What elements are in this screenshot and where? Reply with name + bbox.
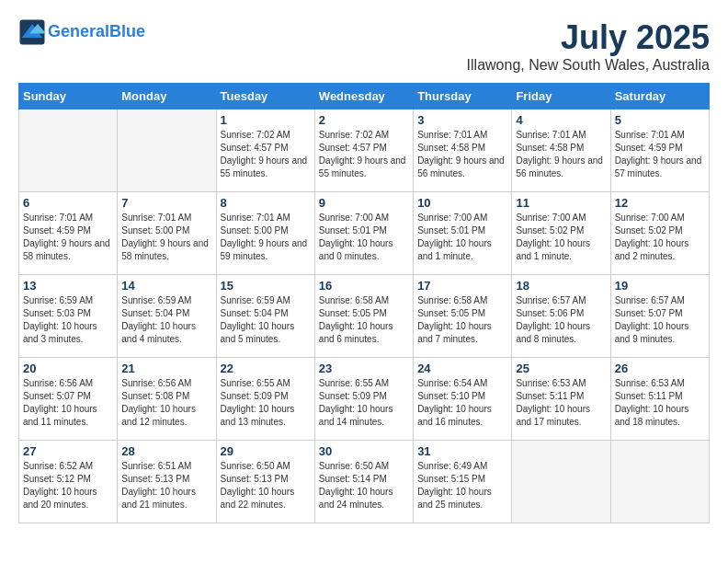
day-number: 19 bbox=[615, 279, 705, 293]
day-info: Sunrise: 7:00 AM Sunset: 5:02 PM Dayligh… bbox=[615, 212, 705, 263]
location: Illawong, New South Wales, Australia bbox=[467, 57, 710, 74]
day-info: Sunrise: 7:02 AM Sunset: 4:57 PM Dayligh… bbox=[221, 129, 311, 180]
day-info: Sunrise: 6:53 AM Sunset: 5:11 PM Dayligh… bbox=[615, 377, 705, 429]
calendar-week-row: 27Sunrise: 6:52 AM Sunset: 5:12 PM Dayli… bbox=[19, 441, 710, 523]
day-number: 1 bbox=[221, 113, 311, 127]
calendar-cell: 8Sunrise: 7:01 AM Sunset: 5:00 PM Daylig… bbox=[216, 192, 314, 275]
calendar-week-row: 13Sunrise: 6:59 AM Sunset: 5:03 PM Dayli… bbox=[19, 275, 710, 358]
logo-icon bbox=[18, 18, 46, 46]
day-number: 5 bbox=[615, 113, 705, 127]
day-number: 27 bbox=[23, 444, 113, 458]
day-number: 12 bbox=[615, 196, 705, 210]
calendar-cell: 25Sunrise: 6:53 AM Sunset: 5:11 PM Dayli… bbox=[512, 358, 610, 441]
day-number: 13 bbox=[23, 279, 113, 293]
day-info: Sunrise: 7:01 AM Sunset: 5:00 PM Dayligh… bbox=[121, 212, 211, 263]
calendar-cell: 3Sunrise: 7:01 AM Sunset: 4:58 PM Daylig… bbox=[414, 109, 512, 192]
calendar-cell: 29Sunrise: 6:50 AM Sunset: 5:13 PM Dayli… bbox=[216, 441, 314, 523]
calendar-cell: 5Sunrise: 7:01 AM Sunset: 4:59 PM Daylig… bbox=[610, 109, 709, 192]
day-info: Sunrise: 6:53 AM Sunset: 5:11 PM Dayligh… bbox=[516, 377, 606, 429]
day-number: 7 bbox=[121, 196, 211, 210]
calendar-cell: 23Sunrise: 6:55 AM Sunset: 5:09 PM Dayli… bbox=[314, 358, 413, 441]
title-area: July 2025 Illawong, New South Wales, Aus… bbox=[467, 18, 710, 74]
day-number: 20 bbox=[23, 362, 113, 375]
calendar-header-row: SundayMondayTuesdayWednesdayThursdayFrid… bbox=[19, 84, 710, 109]
day-number: 31 bbox=[417, 444, 507, 458]
day-of-week-header: Sunday bbox=[19, 84, 118, 109]
day-info: Sunrise: 6:50 AM Sunset: 5:14 PM Dayligh… bbox=[319, 460, 409, 511]
calendar-cell: 12Sunrise: 7:00 AM Sunset: 5:02 PM Dayli… bbox=[610, 192, 709, 275]
day-info: Sunrise: 6:58 AM Sunset: 5:05 PM Dayligh… bbox=[319, 294, 409, 346]
day-of-week-header: Wednesday bbox=[314, 84, 413, 109]
day-of-week-header: Monday bbox=[118, 84, 216, 109]
month-year: July 2025 bbox=[467, 18, 710, 57]
day-info: Sunrise: 6:57 AM Sunset: 5:07 PM Dayligh… bbox=[615, 294, 705, 346]
day-info: Sunrise: 7:01 AM Sunset: 4:59 PM Dayligh… bbox=[615, 129, 705, 180]
calendar-body: 1Sunrise: 7:02 AM Sunset: 4:57 PM Daylig… bbox=[19, 109, 710, 523]
day-info: Sunrise: 6:55 AM Sunset: 5:09 PM Dayligh… bbox=[319, 377, 409, 429]
day-number: 2 bbox=[319, 113, 409, 127]
day-number: 4 bbox=[516, 113, 606, 127]
day-info: Sunrise: 6:49 AM Sunset: 5:15 PM Dayligh… bbox=[417, 460, 507, 511]
calendar-cell: 22Sunrise: 6:55 AM Sunset: 5:09 PM Dayli… bbox=[216, 358, 314, 441]
calendar-cell: 21Sunrise: 6:56 AM Sunset: 5:08 PM Dayli… bbox=[118, 358, 216, 441]
day-of-week-header: Saturday bbox=[610, 84, 709, 109]
calendar-cell: 27Sunrise: 6:52 AM Sunset: 5:12 PM Dayli… bbox=[19, 441, 118, 523]
day-number: 30 bbox=[319, 444, 409, 458]
day-info: Sunrise: 7:02 AM Sunset: 4:57 PM Dayligh… bbox=[319, 129, 409, 180]
day-number: 3 bbox=[417, 113, 507, 127]
calendar-cell: 24Sunrise: 6:54 AM Sunset: 5:10 PM Dayli… bbox=[414, 358, 512, 441]
calendar-table: SundayMondayTuesdayWednesdayThursdayFrid… bbox=[18, 83, 710, 523]
calendar-cell: 9Sunrise: 7:00 AM Sunset: 5:01 PM Daylig… bbox=[314, 192, 413, 275]
calendar-cell: 18Sunrise: 6:57 AM Sunset: 5:06 PM Dayli… bbox=[512, 275, 610, 358]
calendar-cell: 26Sunrise: 6:53 AM Sunset: 5:11 PM Dayli… bbox=[610, 358, 709, 441]
day-number: 9 bbox=[319, 196, 409, 210]
day-info: Sunrise: 6:56 AM Sunset: 5:07 PM Dayligh… bbox=[23, 377, 113, 429]
calendar-cell: 14Sunrise: 6:59 AM Sunset: 5:04 PM Dayli… bbox=[118, 275, 216, 358]
day-info: Sunrise: 6:55 AM Sunset: 5:09 PM Dayligh… bbox=[221, 377, 311, 429]
calendar-week-row: 6Sunrise: 7:01 AM Sunset: 4:59 PM Daylig… bbox=[19, 192, 710, 275]
day-number: 28 bbox=[121, 444, 211, 458]
day-number: 24 bbox=[417, 362, 507, 375]
day-of-week-header: Friday bbox=[512, 84, 610, 109]
calendar-cell: 1Sunrise: 7:02 AM Sunset: 4:57 PM Daylig… bbox=[216, 109, 314, 192]
day-number: 11 bbox=[516, 196, 606, 210]
calendar-cell: 7Sunrise: 7:01 AM Sunset: 5:00 PM Daylig… bbox=[118, 192, 216, 275]
day-info: Sunrise: 6:52 AM Sunset: 5:12 PM Dayligh… bbox=[23, 460, 113, 511]
calendar-week-row: 20Sunrise: 6:56 AM Sunset: 5:07 PM Dayli… bbox=[19, 358, 710, 441]
logo: GeneralBlue bbox=[18, 18, 145, 46]
day-number: 26 bbox=[615, 362, 705, 375]
day-number: 17 bbox=[417, 279, 507, 293]
day-number: 22 bbox=[221, 362, 311, 375]
day-number: 15 bbox=[221, 279, 311, 293]
calendar-cell: 17Sunrise: 6:58 AM Sunset: 5:05 PM Dayli… bbox=[414, 275, 512, 358]
day-info: Sunrise: 6:58 AM Sunset: 5:05 PM Dayligh… bbox=[417, 294, 507, 346]
logo-text: GeneralBlue bbox=[48, 23, 145, 41]
day-number: 18 bbox=[516, 279, 606, 293]
calendar-cell: 31Sunrise: 6:49 AM Sunset: 5:15 PM Dayli… bbox=[414, 441, 512, 523]
calendar-cell: 6Sunrise: 7:01 AM Sunset: 4:59 PM Daylig… bbox=[19, 192, 118, 275]
day-info: Sunrise: 7:01 AM Sunset: 4:59 PM Dayligh… bbox=[23, 212, 113, 263]
calendar-cell: 15Sunrise: 6:59 AM Sunset: 5:04 PM Dayli… bbox=[216, 275, 314, 358]
day-info: Sunrise: 6:59 AM Sunset: 5:03 PM Dayligh… bbox=[23, 294, 113, 346]
day-number: 21 bbox=[121, 362, 211, 375]
day-number: 14 bbox=[121, 279, 211, 293]
day-info: Sunrise: 7:01 AM Sunset: 4:58 PM Dayligh… bbox=[516, 129, 606, 180]
calendar-cell: 16Sunrise: 6:58 AM Sunset: 5:05 PM Dayli… bbox=[314, 275, 413, 358]
day-info: Sunrise: 6:59 AM Sunset: 5:04 PM Dayligh… bbox=[221, 294, 311, 346]
day-number: 16 bbox=[319, 279, 409, 293]
day-info: Sunrise: 6:59 AM Sunset: 5:04 PM Dayligh… bbox=[121, 294, 211, 346]
day-info: Sunrise: 6:57 AM Sunset: 5:06 PM Dayligh… bbox=[516, 294, 606, 346]
header: GeneralBlue July 2025 Illawong, New Sout… bbox=[18, 18, 710, 74]
day-info: Sunrise: 7:00 AM Sunset: 5:01 PM Dayligh… bbox=[417, 212, 507, 263]
day-info: Sunrise: 6:56 AM Sunset: 5:08 PM Dayligh… bbox=[121, 377, 211, 429]
day-number: 10 bbox=[417, 196, 507, 210]
day-info: Sunrise: 7:01 AM Sunset: 5:00 PM Dayligh… bbox=[221, 212, 311, 263]
calendar-cell bbox=[19, 109, 118, 192]
calendar-cell: 10Sunrise: 7:00 AM Sunset: 5:01 PM Dayli… bbox=[414, 192, 512, 275]
day-info: Sunrise: 6:54 AM Sunset: 5:10 PM Dayligh… bbox=[417, 377, 507, 429]
calendar-cell: 13Sunrise: 6:59 AM Sunset: 5:03 PM Dayli… bbox=[19, 275, 118, 358]
calendar-cell: 28Sunrise: 6:51 AM Sunset: 5:13 PM Dayli… bbox=[118, 441, 216, 523]
day-info: Sunrise: 6:50 AM Sunset: 5:13 PM Dayligh… bbox=[221, 460, 311, 511]
calendar-cell: 19Sunrise: 6:57 AM Sunset: 5:07 PM Dayli… bbox=[610, 275, 709, 358]
calendar-cell: 30Sunrise: 6:50 AM Sunset: 5:14 PM Dayli… bbox=[314, 441, 413, 523]
